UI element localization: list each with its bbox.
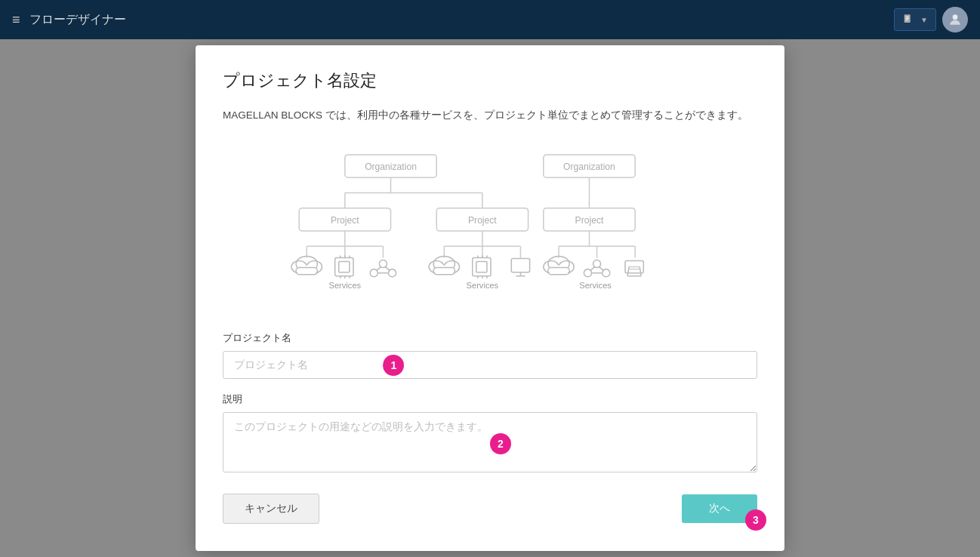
project-name-group: プロジェクト名 1 xyxy=(223,331,757,379)
svg-rect-2 xyxy=(906,18,909,19)
step-badge-2: 2 xyxy=(490,433,511,454)
svg-rect-68 xyxy=(511,259,529,272)
svg-line-80 xyxy=(590,267,594,271)
svg-text:Organization: Organization xyxy=(563,162,615,172)
svg-text:Project: Project xyxy=(468,215,497,226)
cancel-button[interactable]: キャンセル xyxy=(223,494,319,524)
svg-line-81 xyxy=(599,267,604,271)
svg-rect-3 xyxy=(906,20,908,20)
svg-line-51 xyxy=(376,267,381,271)
svg-rect-75 xyxy=(550,266,568,275)
dialog-description: MAGELLAN BLOCKS では、利用中の各種サービスを、プロジェクト単位で… xyxy=(223,107,757,124)
user-icon xyxy=(948,12,963,27)
navbar-right: ▼ xyxy=(894,7,968,32)
dialog: プロジェクト名設定 MAGELLAN BLOCKS では、利用中の各種サービスを… xyxy=(196,45,784,552)
svg-text:Organization: Organization xyxy=(365,162,417,172)
description-group: 説明 2 xyxy=(223,392,757,475)
page-background: プロジェクト名設定 MAGELLAN BLOCKS では、利用中の各種サービスを… xyxy=(0,39,980,557)
navbar-left: ≡ フローデザイナー xyxy=(12,12,126,28)
svg-text:Services: Services xyxy=(467,281,499,290)
button-row: キャンセル 次へ 3 xyxy=(223,494,757,524)
project-name-label: プロジェクト名 xyxy=(223,331,757,345)
step-badge-3: 3 xyxy=(745,509,766,531)
dialog-title: プロジェクト名設定 xyxy=(223,69,757,92)
svg-line-86 xyxy=(627,267,629,276)
svg-rect-58 xyxy=(435,266,453,275)
svg-line-87 xyxy=(639,267,641,276)
svg-rect-41 xyxy=(339,262,350,272)
project-name-input[interactable] xyxy=(223,351,757,379)
project-name-wrapper: 1 xyxy=(223,351,757,379)
svg-line-52 xyxy=(385,267,390,271)
svg-rect-40 xyxy=(335,258,353,276)
org-diagram: Organization Organization Project Projec… xyxy=(223,144,757,310)
description-wrapper: 2 xyxy=(223,412,757,475)
step-badge-1: 1 xyxy=(383,355,404,376)
navbar-title: フローデザイナー xyxy=(29,12,126,28)
svg-text:Services: Services xyxy=(579,281,612,290)
svg-rect-60 xyxy=(473,258,491,276)
description-label: 説明 xyxy=(223,392,757,406)
svg-point-4 xyxy=(953,14,958,20)
svg-text:Project: Project xyxy=(575,215,604,226)
svg-rect-1 xyxy=(906,17,909,17)
svg-rect-38 xyxy=(297,266,316,275)
navbar: ≡ フローデザイナー ▼ xyxy=(0,0,980,39)
svg-rect-61 xyxy=(476,262,487,272)
svg-text:Project: Project xyxy=(331,215,359,226)
next-button-wrapper: 次へ 3 xyxy=(682,494,757,523)
hamburger-icon[interactable]: ≡ xyxy=(12,12,20,28)
svg-text:Services: Services xyxy=(329,281,362,290)
dropdown-button[interactable]: ▼ xyxy=(894,8,936,31)
avatar[interactable] xyxy=(942,7,968,32)
dropdown-arrow-icon: ▼ xyxy=(920,16,928,24)
document-icon xyxy=(902,14,914,26)
